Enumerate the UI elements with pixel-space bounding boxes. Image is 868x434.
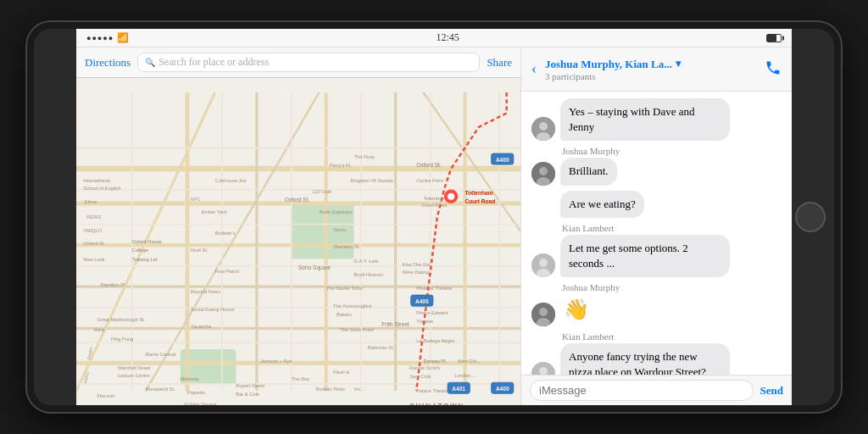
svg-text:Centre Point: Centre Point	[416, 178, 443, 183]
svg-text:School of English: School of English	[83, 186, 120, 191]
svg-text:Sheraton St.: Sheraton St.	[333, 244, 360, 249]
msg-bubble-3: Are we eating?	[560, 191, 644, 218]
svg-text:Polpetto: Polpetto	[187, 390, 205, 395]
svg-text:Leisure Centre: Leisure Centre	[118, 373, 150, 378]
call-button[interactable]	[765, 59, 782, 80]
sender-name-4: Kian Lambert	[562, 223, 782, 233]
msg-bubble-6: Anyone fancy trying the new pizza place …	[560, 343, 730, 375]
map-svg: Oxford St. Oxford St. Oxford House Colle…	[76, 78, 520, 405]
svg-text:Rodizio Preto: Rodizio Preto	[315, 387, 344, 392]
message-5: Joshua Murphy 👋	[531, 282, 782, 326]
svg-text:Ping Pong: Ping Pong	[111, 337, 133, 342]
svg-text:The Hummingbird: The Hummingbird	[333, 303, 371, 309]
svg-text:New Look: New Look	[83, 257, 105, 262]
svg-text:College: College	[132, 248, 148, 253]
svg-text:A400: A400	[496, 157, 509, 163]
wifi-icon: 📶	[117, 32, 129, 43]
svg-text:Golden Square: Golden Square	[184, 402, 216, 405]
svg-text:Bodean's: Bodean's	[215, 231, 236, 236]
svg-point-131	[539, 308, 548, 316]
svg-text:Theatre: Theatre	[416, 319, 433, 324]
svg-text:Noel St.: Noel St.	[191, 248, 209, 253]
chat-header-name: Joshua Murphy, Kian La... ▾	[545, 58, 758, 71]
user-avatar-img-2	[531, 162, 555, 186]
message-4: Kian Lambert Let me get some option	[531, 223, 782, 277]
svg-text:UNIQLО: UNIQLО	[83, 228, 102, 233]
svg-text:Tottenham: Tottenham	[423, 196, 446, 201]
svg-text:Oxford St.: Oxford St.	[285, 197, 310, 203]
sender-name-2: Joshua Murphy	[562, 146, 782, 156]
svg-text:Beyond Retro: Beyond Retro	[191, 289, 220, 294]
svg-text:Ethos: Ethos	[85, 199, 97, 204]
msg-row-4: Let me get some options. 2 seconds ...	[531, 235, 782, 277]
signal-indicator: ●●●●●	[86, 34, 114, 42]
svg-text:Court Road: Court Road	[465, 198, 496, 204]
svg-point-125	[539, 167, 548, 175]
chat-participants-name: Joshua Murphy, Kian La...	[545, 58, 672, 71]
tablet-screen: ●●●●● 📶 12:45 Directions 🔍 Search for pl…	[76, 29, 792, 405]
avatar-6	[531, 362, 555, 375]
svg-text:Soho Square: Soho Square	[298, 264, 331, 271]
svg-text:Mildreds: Mildreds	[181, 376, 199, 381]
svg-text:Foot Patrol: Foot Patrol	[215, 269, 239, 274]
svg-point-128	[539, 259, 548, 267]
svg-text:Flesh &: Flesh &	[333, 370, 350, 375]
avatar-5	[531, 303, 555, 326]
phone-icon	[765, 59, 782, 76]
map-view[interactable]: Oxford St. Oxford St. Oxford House Colle…	[76, 78, 520, 405]
message-3: Are we eating?	[531, 191, 782, 218]
search-icon: 🔍	[145, 58, 155, 67]
svg-text:KFC: KFC	[191, 197, 200, 202]
svg-text:Book Heaven: Book Heaven	[354, 272, 383, 277]
map-panel: Directions 🔍 Search for place or address…	[76, 47, 520, 405]
avatar-4	[531, 253, 555, 277]
svg-text:International: International	[83, 178, 109, 183]
dropdown-icon[interactable]: ▾	[676, 58, 681, 70]
svg-point-122	[539, 122, 548, 131]
svg-text:Broadwick St.: Broadwick St.	[146, 387, 175, 392]
user-avatar-img-5	[531, 303, 555, 326]
svg-text:Jackson + Rye: Jackson + Rye	[260, 359, 292, 364]
svg-text:Frith Street: Frith Street	[381, 321, 409, 327]
sender-name-6: Kian Lambert	[562, 331, 782, 342]
status-bar: ●●●●● 📶 12:45	[76, 29, 792, 47]
svg-text:Prince Edward: Prince Edward	[416, 310, 448, 315]
svg-text:Palace Theatre: Palace Theatre	[416, 388, 449, 393]
svg-text:Ember Yard: Ember Yard	[201, 209, 226, 214]
svg-text:La Bodega Negra: La Bodega Negra	[416, 338, 455, 343]
svg-text:Marshall Street: Marshall Street	[118, 365, 151, 370]
message-1: Yes – staying with Dave and Jenny	[531, 98, 782, 141]
directions-button[interactable]: Directions	[85, 56, 131, 70]
svg-text:Training Ltd: Training Ltd	[132, 257, 158, 262]
map-toolbar: Directions 🔍 Search for place or address…	[76, 47, 520, 78]
svg-text:A401: A401	[452, 386, 465, 392]
share-button[interactable]: Share	[487, 56, 512, 70]
svg-text:REISS: REISS	[86, 214, 101, 220]
back-button[interactable]: ‹	[531, 60, 537, 78]
svg-text:Nude Espresso: Nude Espresso	[320, 209, 353, 214]
content-area: Directions 🔍 Search for place or address…	[76, 47, 792, 405]
svg-text:Ronnie Scott's: Ronnie Scott's	[409, 365, 441, 370]
send-button[interactable]: Send	[760, 384, 783, 398]
msg-bubble-1: Yes – staying with Dave and Jenny	[560, 98, 730, 141]
chat-input-bar: Send	[521, 375, 792, 405]
svg-text:Bar & Cafe: Bar & Cafe	[236, 392, 259, 397]
map-search-bar[interactable]: 🔍 Search for place or address	[137, 53, 480, 72]
message-input[interactable]	[530, 380, 754, 401]
svg-text:Ramilles Pl.: Ramilles Pl.	[101, 282, 127, 287]
svg-text:Cobhouse Joe: Cobhouse Joe	[215, 178, 247, 183]
home-button[interactable]	[795, 202, 826, 232]
svg-text:Dansey Pl.: Dansey Pl.	[423, 359, 447, 364]
svg-text:The Roxy: The Roxy	[354, 154, 376, 159]
svg-text:liberty: liberty	[93, 328, 105, 332]
svg-text:The Nadler Soho: The Nadler Soho	[326, 286, 363, 291]
chat-messages: Yes – staying with Dave and Jenny Joshua…	[521, 92, 792, 375]
status-time: 12:45	[436, 31, 459, 44]
svg-text:A400: A400	[496, 386, 509, 392]
msg-bubble-5: 👋	[560, 294, 593, 326]
svg-text:New Chi...: New Chi...	[458, 359, 481, 364]
svg-text:The Soho Hotel: The Soho Hotel	[340, 327, 374, 332]
svg-text:G.A.Y. Late: G.A.Y. Late	[354, 259, 379, 264]
avatar-1	[531, 117, 555, 141]
svg-text:Kiss The Girl: Kiss The Girl	[403, 262, 431, 267]
